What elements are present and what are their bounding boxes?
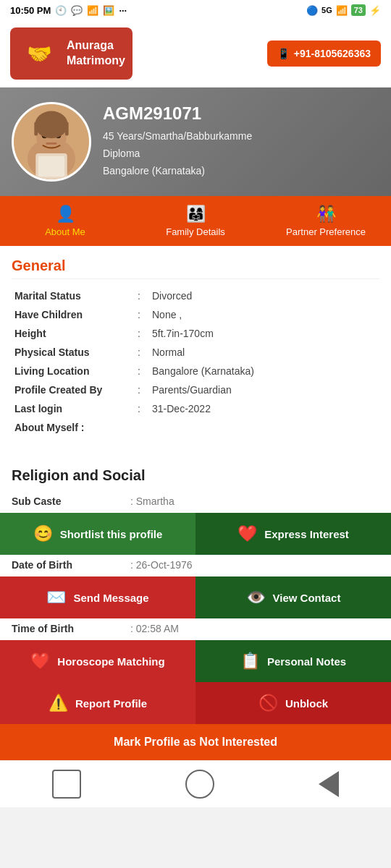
- send-message-icon: ✉️: [46, 588, 66, 607]
- profile-id: AGM291071: [103, 103, 252, 124]
- svg-point-7: [35, 111, 67, 138]
- tab-family-details[interactable]: 👨‍👩‍👧 Family Details: [130, 200, 261, 242]
- svg-rect-8: [34, 122, 38, 136]
- religion-section-wrapper: Religion and Social Sub Caste : Smartha …: [0, 448, 391, 760]
- status-right: 🔵 5G 📶 73 ⚡: [306, 4, 381, 16]
- personal-notes-icon: 📋: [240, 652, 260, 671]
- report-profile-button[interactable]: ⚠️ Report Profile: [0, 682, 196, 724]
- svg-rect-14: [38, 156, 64, 176]
- profile-details: 45 Years/Smartha/Babburkamme Diploma Ban…: [103, 128, 252, 179]
- charging-icon: ⚡: [369, 5, 381, 16]
- tab-partner-preference[interactable]: 👫 Partner Preference: [261, 200, 391, 242]
- table-row: Marital Status : Divorced: [12, 286, 379, 305]
- action-buttons-grid: 😊 Shortlist this profile ❤️ Express Inte…: [0, 513, 391, 555]
- express-interest-label: Express Interest: [264, 528, 349, 540]
- logo-area: 🤝 Anuraga Matrimony: [10, 27, 133, 80]
- send-message-label: Send Message: [73, 592, 148, 604]
- tab-about-me-label: About Me: [45, 226, 85, 237]
- shortlist-button[interactable]: 😊 Shortlist this profile: [0, 513, 196, 555]
- avatar: [12, 102, 91, 182]
- network-icon: 5G: [321, 6, 332, 14]
- signal-bars-icon: 📶: [336, 5, 348, 16]
- blurred-fields: Sub Caste : Smartha: [0, 491, 391, 511]
- time: 10:50 PM: [10, 5, 51, 16]
- nav-square-button[interactable]: [52, 770, 81, 799]
- partner-preference-icon: 👫: [316, 205, 336, 224]
- horoscope-icon: ❤️: [30, 652, 50, 671]
- about-me-icon: 👤: [56, 205, 75, 224]
- report-icon: ⚠️: [49, 694, 68, 712]
- mark-not-interested-button[interactable]: Mark Profile as Not Interested: [0, 724, 391, 760]
- general-info-table: Marital Status : Divorced Have Children …: [12, 286, 379, 437]
- brand-name: Anuraga Matrimony: [67, 38, 125, 69]
- mark-not-interested-label: Mark Profile as Not Interested: [114, 736, 277, 748]
- bottom-navigation: [0, 760, 391, 807]
- more-icon: ···: [119, 5, 127, 16]
- action-overlay: Sub Caste : Smartha 😊 Shortlist this pro…: [0, 491, 391, 724]
- field-label: Have Children: [12, 305, 135, 324]
- horoscope-label: Horoscope Matching: [57, 655, 164, 668]
- status-left: 10:50 PM 🕙 💬 📶 🖼️ ···: [10, 5, 127, 16]
- table-row: Living Location : Bangalore (Karnataka): [12, 362, 379, 380]
- tab-bar: 👤 About Me 👨‍👩‍👧 Family Details 👫 Partne…: [0, 196, 391, 246]
- nav-back-button[interactable]: [319, 771, 339, 797]
- field-label: Marital Status: [12, 286, 135, 305]
- shortlist-label: Shortlist this profile: [60, 528, 163, 540]
- unblock-icon: 🚫: [258, 694, 278, 712]
- express-interest-button[interactable]: ❤️ Express Interest: [196, 513, 391, 555]
- alarm-icon: 🕙: [55, 5, 67, 16]
- express-interest-icon: ❤️: [237, 524, 257, 543]
- unblock-label: Unblock: [285, 697, 328, 710]
- tab-partner-preference-label: Partner Preference: [286, 226, 366, 237]
- field-value: 31-Dec-2022: [149, 399, 379, 418]
- view-contact-icon: 👁️: [246, 588, 266, 607]
- field-label: Height: [12, 324, 135, 343]
- phone-number: +91-8105626363: [294, 48, 371, 59]
- general-section: General Marital Status : Divorced Have C…: [0, 246, 391, 448]
- field-value: Bangalore (Karnataka): [149, 362, 379, 380]
- action-buttons-grid-4: ⚠️ Report Profile 🚫 Unblock: [0, 682, 391, 724]
- svg-rect-9: [65, 122, 69, 136]
- field-value: Normal: [149, 343, 379, 362]
- horoscope-matching-button[interactable]: ❤️ Horoscope Matching: [0, 640, 196, 682]
- field-value: Parents/Guardian: [149, 380, 379, 399]
- view-contact-button[interactable]: 👁️ View Contact: [196, 576, 391, 618]
- table-row: About Myself :: [12, 418, 379, 437]
- field-value: [149, 418, 379, 437]
- unblock-button[interactable]: 🚫 Unblock: [196, 682, 391, 724]
- send-message-button[interactable]: ✉️ Send Message: [0, 576, 196, 618]
- logo-icon: 🤝: [17, 32, 61, 75]
- profile-info: AGM291071 45 Years/Smartha/Babburkamme D…: [103, 103, 252, 179]
- phone-button[interactable]: 📱 +91-8105626363: [267, 41, 381, 67]
- view-contact-label: View Contact: [273, 592, 341, 604]
- field-label: Profile Created By: [12, 380, 135, 399]
- status-bar: 10:50 PM 🕙 💬 📶 🖼️ ··· 🔵 5G 📶 73 ⚡: [0, 0, 391, 20]
- svg-rect-12: [46, 142, 56, 145]
- blurred-fields-3: Time of Birth : 02:58 AM: [0, 618, 391, 639]
- table-row: Physical Status : Normal: [12, 343, 379, 362]
- tab-about-me[interactable]: 👤 About Me: [0, 200, 130, 242]
- religion-title: Religion and Social: [0, 456, 391, 484]
- field-label: Physical Status: [12, 343, 135, 362]
- field-value: 5ft.7in-170cm: [149, 324, 379, 343]
- table-row: Profile Created By : Parents/Guardian: [12, 380, 379, 399]
- signal-icon: 📶: [87, 5, 98, 16]
- field-value: None ,: [149, 305, 379, 324]
- table-row: Last login : 31-Dec-2022: [12, 399, 379, 418]
- battery-indicator: 73: [351, 4, 366, 16]
- whatsapp-icon: 💬: [71, 5, 83, 16]
- table-row: Height : 5ft.7in-170cm: [12, 324, 379, 343]
- blurred-row-dob: Date of Birth : 26-Oct-1976: [12, 555, 379, 575]
- action-buttons-grid-3: ❤️ Horoscope Matching 📋 Personal Notes: [0, 640, 391, 682]
- media-icon: 🖼️: [103, 5, 114, 16]
- field-label: Last login: [12, 399, 135, 418]
- general-title: General: [12, 258, 379, 279]
- family-details-icon: 👨‍👩‍👧: [186, 205, 206, 224]
- field-value: Divorced: [149, 286, 379, 305]
- nav-home-button[interactable]: [185, 770, 214, 799]
- personal-notes-label: Personal Notes: [267, 655, 346, 668]
- personal-notes-button[interactable]: 📋 Personal Notes: [196, 640, 391, 682]
- phone-icon: 📱: [277, 48, 290, 59]
- field-label: About Myself :: [12, 418, 135, 437]
- field-label: Living Location: [12, 362, 135, 380]
